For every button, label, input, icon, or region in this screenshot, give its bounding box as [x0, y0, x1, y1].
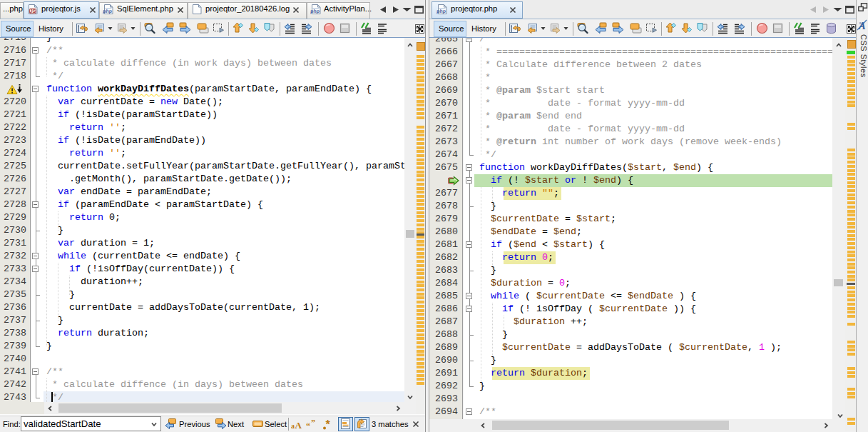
svg-text:php: php — [103, 9, 112, 14]
svg-text:A: A — [295, 420, 302, 431]
svg-text:”: ” — [311, 419, 315, 428]
svg-text:*: * — [326, 419, 331, 431]
svg-text:php: php — [436, 9, 446, 14]
svg-text:JS: JS — [30, 9, 36, 14]
svg-text:a: a — [291, 422, 295, 430]
svg-text:php: php — [310, 9, 320, 14]
svg-text:“: “ — [306, 421, 310, 431]
